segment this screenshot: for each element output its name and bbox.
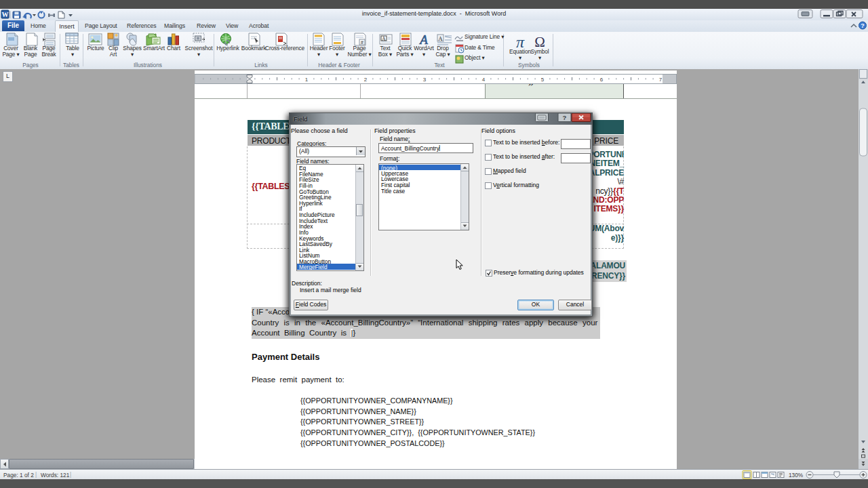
svg-text:4: 4	[482, 77, 486, 83]
svg-text:A: A	[438, 35, 443, 42]
svg-text:2: 2	[364, 77, 368, 83]
svg-text:1: 1	[305, 77, 309, 83]
svg-text:5: 5	[541, 77, 545, 83]
svg-text:A: A	[382, 36, 386, 42]
svg-text:6: 6	[600, 77, 604, 83]
svg-text:W: W	[2, 11, 9, 18]
svg-text:?: ?	[563, 114, 567, 121]
svg-text:7: 7	[659, 77, 663, 83]
svg-text:?: ?	[861, 22, 865, 29]
svg-text:#: #	[361, 40, 363, 45]
svg-text:3: 3	[423, 77, 427, 83]
